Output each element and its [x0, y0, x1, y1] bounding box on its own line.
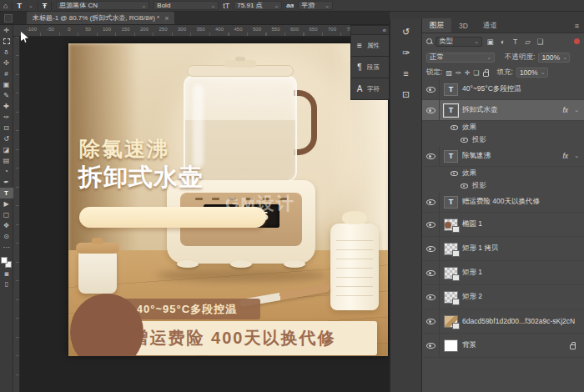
close-icon[interactable]: × [164, 14, 169, 23]
brush-settings-panel-icon[interactable]: ✑ [397, 45, 415, 60]
tool-shape-icon[interactable]: ▢ [0, 209, 13, 220]
font-family-select[interactable]: 思源黑体 CN ⌄ [56, 1, 149, 10]
tool-gradient-icon[interactable]: ▤ [0, 155, 13, 166]
tool-frame-icon[interactable]: ▣ [0, 79, 13, 90]
foreground-color-swatch[interactable] [1, 257, 8, 264]
layer-row[interactable]: T除氯速沸fx⌄ [422, 146, 584, 167]
layer-name[interactable]: 40°~95°C多段控温 [462, 84, 521, 94]
filter-kind-icon-4[interactable]: ❏ [536, 38, 545, 46]
lock-kind-icon-2[interactable]: ✛ [465, 69, 471, 77]
tool-type-icon[interactable]: T [0, 188, 13, 199]
layer-row[interactable]: T赠运费险 400天以换代修 [422, 192, 584, 213]
opacity-select[interactable]: 100% ⌄ [538, 53, 570, 63]
font-size-select[interactable]: 75.91 点 ⌄ [234, 1, 282, 10]
tool-preset-chevron-icon[interactable]: ⌄ [28, 3, 33, 9]
layer-row[interactable]: 矩形 2 [422, 285, 584, 309]
filter-type-select[interactable]: 类型⌄ [435, 37, 482, 47]
tool-brush-icon[interactable]: ✑ [0, 112, 13, 123]
layer-thumbnail[interactable] [444, 243, 458, 255]
effect-visibility-icon[interactable] [451, 171, 458, 176]
tool-healing-brush-icon[interactable]: ✚ [0, 101, 13, 112]
fx-collapse-icon[interactable]: ⌄ [574, 153, 579, 159]
properties-panel-icon[interactable]: ≡ [397, 66, 415, 81]
tool-hand-icon[interactable]: ✥ [0, 220, 13, 231]
color-swatches[interactable] [1, 257, 12, 268]
filter-kind-icon-1[interactable]: ◐ [498, 38, 507, 46]
tool-lasso-icon[interactable]: δ [0, 47, 13, 58]
layer-row[interactable]: 矩形 1 [422, 261, 584, 285]
layer-thumbnail[interactable] [444, 315, 458, 328]
home-icon[interactable]: ⌂ [3, 1, 8, 11]
tool-eyedropper-icon[interactable]: ✎ [0, 90, 13, 101]
layer-effect-row[interactable]: 效果 [422, 121, 584, 133]
effect-visibility-icon[interactable] [461, 138, 468, 143]
panel-tab-通道[interactable]: 通道 [476, 18, 505, 33]
layer-name[interactable]: 矩形 1 [462, 268, 482, 278]
layer-visibility-icon[interactable] [426, 246, 435, 252]
lock-kind-icon-0[interactable]: ▨ [446, 69, 452, 77]
layer-name[interactable]: 除氯速沸 [462, 151, 491, 161]
layer-visibility-icon[interactable] [426, 199, 435, 205]
panel-menu-icon[interactable]: ≡ [570, 18, 584, 33]
lock-kind-icon-3[interactable]: ❏ [473, 69, 479, 77]
filter-kind-icon-2[interactable]: T [511, 38, 520, 46]
dock-item-paragraph[interactable]: ¶段落 [350, 57, 390, 78]
layer-name[interactable]: 赠运费险 400天以换代修 [462, 197, 540, 207]
dock-item-character[interactable]: A字符 [350, 78, 390, 100]
layer-fx-badge[interactable]: fx [563, 152, 569, 160]
layer-visibility-icon[interactable] [426, 343, 435, 349]
layer-row[interactable]: 矩形 1 拷贝 [422, 237, 584, 261]
font-style-select[interactable]: Bold ⌄ [154, 1, 219, 10]
layer-row[interactable]: 椭圆 1 [422, 213, 584, 237]
tool-zoom-icon[interactable]: ⊙ [0, 231, 13, 242]
tool-move-icon[interactable]: ✛ [0, 25, 13, 36]
layer-row[interactable]: 背景 [422, 334, 584, 358]
layer-name[interactable]: 矩形 1 拷贝 [462, 244, 498, 254]
layer-thumbnail[interactable]: T [444, 150, 458, 163]
history-panel-icon[interactable]: ↺ [397, 24, 415, 39]
panel-tab-图层[interactable]: 图层 [422, 18, 451, 33]
fx-collapse-icon[interactable]: ⌄ [574, 107, 579, 113]
tool-marquee-icon[interactable] [0, 36, 13, 47]
layer-effect-row[interactable]: 投影 [422, 179, 584, 192]
layer-name[interactable]: 椭圆 1 [462, 219, 482, 229]
layer-visibility-icon[interactable] [426, 294, 435, 300]
layer-name[interactable]: 矩形 2 [462, 292, 482, 302]
layer-thumbnail[interactable] [444, 219, 458, 231]
canvas-workspace[interactable]: 45 45 GM设计 除氯速沸 拆卸式水壶 40°~95°C多段控温 赠运费险 … [20, 37, 390, 392]
fill-select[interactable]: 100% ⌄ [516, 68, 548, 78]
layer-row[interactable]: T40°~95°C多段控温 [422, 79, 584, 100]
layer-row[interactable]: T拆卸式水壶fx⌄ [422, 100, 584, 121]
layer-thumbnail[interactable] [444, 291, 458, 304]
layer-thumbnail[interactable]: T [444, 83, 458, 96]
tool-history-brush-icon[interactable]: ↺ [0, 133, 13, 144]
layer-name[interactable]: 拆卸式水壶 [462, 105, 498, 115]
tool-crop-icon[interactable]: # [0, 68, 13, 79]
tool-pen-icon[interactable]: ✒ [0, 177, 13, 188]
filter-active-indicator[interactable] [574, 38, 580, 44]
effect-visibility-icon[interactable] [461, 183, 468, 188]
clone-source-panel-icon[interactable]: ⊡ [397, 87, 415, 102]
layer-visibility-icon[interactable] [426, 87, 435, 93]
layer-visibility-icon[interactable] [426, 270, 435, 276]
tool-clone-stamp-icon[interactable]: ⊡ [0, 123, 13, 133]
layer-visibility-icon[interactable] [426, 222, 435, 228]
canvas-artboard[interactable]: 45 45 GM设计 除氯速沸 拆卸式水壶 40°~95°C多段控温 赠运费险 … [68, 43, 388, 356]
tool-quick-selection-icon[interactable]: ✣ [0, 58, 13, 68]
quick-mask-icon[interactable]: ◙ [0, 270, 13, 278]
layer-name[interactable]: 6dacd59bf1d2d00...f302a9c-sKj2cN [462, 317, 575, 325]
screen-mode-icon[interactable]: ▯ [0, 280, 13, 288]
layer-effect-row[interactable]: 投影 [422, 133, 584, 146]
blend-mode-select[interactable]: 正常 ⌄ [426, 53, 495, 63]
layer-thumbnail[interactable] [444, 267, 458, 279]
document-tab[interactable]: 未标题-1 @ 80.7% (拆卸式水壶, RGB/8#) * × [27, 12, 174, 24]
layer-row[interactable]: 6dacd59bf1d2d00...f302a9c-sKj2cN [422, 309, 584, 334]
layer-visibility-icon[interactable] [426, 153, 435, 159]
lock-all-icon[interactable] [483, 72, 489, 77]
layer-name[interactable]: 背景 [462, 340, 476, 350]
dock-item-properties[interactable]: ≡属性 [350, 35, 390, 57]
layer-fx-badge[interactable]: fx [563, 106, 569, 114]
layer-thumbnail[interactable]: T [444, 196, 458, 209]
tool-path-selection-icon[interactable]: ▶ [0, 199, 13, 209]
layer-effect-row[interactable]: 效果 [422, 167, 584, 179]
